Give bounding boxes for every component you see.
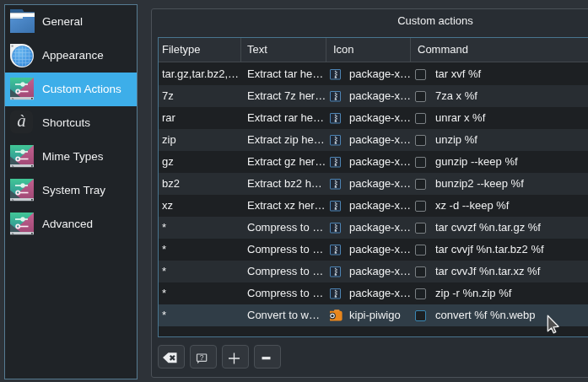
svg-text:?: ? <box>200 353 204 362</box>
